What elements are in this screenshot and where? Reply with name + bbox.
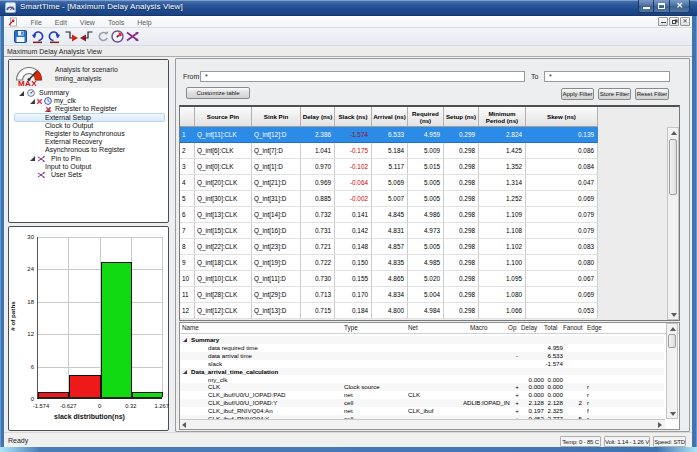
mdi-restore-button[interactable] bbox=[669, 17, 679, 26]
detail-column-net[interactable]: Net bbox=[408, 324, 418, 331]
client-area: File Edit View Tools Help ✕ Maximum Dela… bbox=[4, 16, 692, 447]
detail-column-fanout[interactable]: Fanout bbox=[563, 324, 583, 331]
cell-sink-pin: Q_int[19]:D bbox=[252, 255, 301, 271]
tree-expand-icon[interactable] bbox=[183, 338, 187, 342]
cell-source-pin: Q_int[30]:CLK bbox=[195, 191, 252, 207]
detail-column-macro[interactable]: Macro bbox=[470, 324, 488, 331]
column-header-setup[interactable]: Setup (ns) bbox=[444, 107, 479, 127]
detail-column-total[interactable]: Total bbox=[544, 324, 557, 331]
menu-tools[interactable]: Tools bbox=[101, 19, 130, 26]
toolbar-trace-forward-button[interactable] bbox=[64, 29, 79, 44]
scroll-up-icon[interactable] bbox=[671, 131, 677, 135]
toolbar-refresh-button[interactable] bbox=[95, 29, 110, 44]
toolbar-undo-button[interactable] bbox=[31, 29, 46, 44]
document-icon[interactable] bbox=[8, 17, 18, 27]
column-header-skew[interactable]: Skew (ns) bbox=[526, 107, 598, 127]
detail-row-my-clk[interactable]: my_clk 0.000 0.000 bbox=[180, 376, 664, 384]
to-input[interactable] bbox=[544, 71, 670, 82]
path-row-1[interactable]: 1 Q_int[11]:CLK Q_int[12]:D 2.386 -1.574… bbox=[180, 127, 598, 143]
cell-slack: 0.148 bbox=[335, 239, 372, 255]
toolbar-save-button[interactable] bbox=[13, 29, 28, 44]
menu-file[interactable]: File bbox=[24, 19, 48, 26]
column-header-delay[interactable]: Delay (ns) bbox=[301, 107, 335, 127]
column-header-arrival[interactable]: Arrival (ns) bbox=[372, 107, 408, 127]
store-filter-button[interactable]: Store Filter bbox=[598, 88, 631, 100]
column-header-sink-pin[interactable]: Sink Pin bbox=[252, 107, 301, 127]
scroll-down-icon[interactable] bbox=[670, 412, 676, 416]
menu-edit[interactable]: Edit bbox=[48, 19, 73, 26]
column-header-slack[interactable]: Slack (ns) bbox=[335, 107, 372, 127]
cell-arrival: 5.117 bbox=[372, 159, 408, 175]
mdi-minimize-button[interactable] bbox=[658, 17, 668, 26]
path-row-7[interactable]: 7 Q_int[15]:CLK Q_int[16]:D 0.731 0.142 … bbox=[180, 223, 598, 239]
tree-expand-icon[interactable] bbox=[30, 99, 35, 104]
maximize-button[interactable] bbox=[654, 0, 670, 13]
scrollbar-up-button[interactable] bbox=[668, 128, 678, 137]
paths-table-vscrollbar[interactable] bbox=[667, 127, 679, 320]
detail-row-data-required-time[interactable]: data required time 4.959 bbox=[180, 344, 664, 352]
tree-expand-icon[interactable] bbox=[30, 156, 35, 161]
tree-expand-icon[interactable] bbox=[19, 91, 24, 96]
scrollbar-right-button[interactable] bbox=[655, 420, 665, 429]
scrollbar-down-button[interactable] bbox=[667, 409, 677, 418]
path-row-3[interactable]: 3 Q_int[0]:CLK Q_int[1]:D 0.970 -0.102 5… bbox=[180, 159, 598, 175]
column-header-minimum-period[interactable]: Minimum Period (ns) bbox=[479, 107, 526, 127]
detail-column-delay[interactable]: Delay bbox=[521, 324, 537, 331]
detail-column-name[interactable]: Name bbox=[182, 324, 199, 331]
scroll-up-icon[interactable] bbox=[670, 327, 676, 331]
detail-row-data-arrival-time[interactable]: data arrival time - 6.533 bbox=[180, 352, 664, 360]
path-row-12[interactable]: 12 Q_int[12]:CLK Q_int[13]:D 0.715 0.184… bbox=[180, 303, 598, 319]
path-row-8[interactable]: 8 Q_int[22]:CLK Q_int[23]:D 0.721 0.148 … bbox=[180, 239, 598, 255]
from-input[interactable] bbox=[200, 71, 525, 82]
close-button[interactable]: ✕ bbox=[670, 0, 690, 13]
scroll-right-icon[interactable] bbox=[658, 422, 662, 428]
path-row-2[interactable]: 2 Q_int[6]:CLK Q_int[7]:D 1.041 -0.175 5… bbox=[180, 143, 598, 159]
apply-filter-button[interactable]: Apply Filter bbox=[561, 88, 594, 100]
path-row-5[interactable]: 5 Q_int[30]:CLK Q_int[31]:D 0.885 -0.002… bbox=[180, 191, 598, 207]
path-row-6[interactable]: 6 Q_int[13]:CLK Q_int[14]:D 0.732 0.141 … bbox=[180, 207, 598, 223]
column-header-row-number[interactable] bbox=[180, 107, 195, 127]
toolbar-trace-back-button[interactable] bbox=[79, 29, 94, 44]
path-row-11[interactable]: 11 Q_int[28]:CLK Q_int[29]:D 0.713 0.170… bbox=[180, 287, 598, 303]
detail-row-clk-ibuf-u0-u-iopad-y[interactable]: CLK_ibuf/U0/U_IOPAD:Y cell ADLIB:IOPAD_I… bbox=[180, 399, 664, 407]
scrollbar-up-button[interactable] bbox=[667, 324, 677, 333]
toolbar-redo-button[interactable] bbox=[46, 29, 61, 44]
column-header-required[interactable]: Required (ns) bbox=[408, 107, 444, 127]
detail-row-data-arrival-time-calculation[interactable]: Data_arrival_time_calculation bbox=[180, 368, 664, 376]
detail-column-edge[interactable]: Edge bbox=[587, 324, 602, 331]
mdi-close-button[interactable]: ✕ bbox=[680, 17, 690, 26]
detail-row-clk[interactable]: CLK Clock source + 0.000 0.000 r bbox=[180, 383, 664, 391]
reset-filter-button[interactable]: Reset Filter bbox=[635, 88, 669, 100]
detail-row-clk-ibuf-rnivq04-an[interactable]: CLK_ibuf_RNIVQ04:An net CLK_ibuf + 0.197… bbox=[180, 407, 664, 415]
scrollbar-thumb[interactable] bbox=[669, 139, 677, 195]
detail-row-slack[interactable]: slack -1.574 bbox=[180, 360, 664, 368]
scrollbar-left-button[interactable] bbox=[180, 420, 190, 429]
path-row-4[interactable]: 4 Q_int[20]:CLK Q_int[21]:D 0.969 -0.064… bbox=[180, 175, 598, 191]
toolbar-crossed-paths-button[interactable] bbox=[125, 29, 140, 44]
tree-item-user-sets[interactable]: User Sets bbox=[10, 171, 167, 180]
customize-table-button[interactable]: Customize table bbox=[186, 87, 250, 99]
column-header-source-pin[interactable]: Source Pin bbox=[195, 107, 252, 127]
detail-hscrollbar[interactable] bbox=[180, 419, 665, 429]
menu-help[interactable]: Help bbox=[131, 19, 158, 26]
detail-row-summary[interactable]: Summary bbox=[180, 336, 664, 344]
minimize-button[interactable] bbox=[638, 0, 654, 13]
detail-name: CLK bbox=[208, 383, 220, 391]
scrollbar-down-button[interactable] bbox=[668, 310, 678, 319]
scroll-down-icon[interactable] bbox=[671, 313, 677, 317]
cell-delay: 0.730 bbox=[301, 271, 335, 287]
tree-expand-icon[interactable] bbox=[183, 370, 187, 374]
cell-arrival: 5.007 bbox=[372, 191, 408, 207]
detail-column-op[interactable]: Op bbox=[508, 324, 516, 331]
scroll-left-icon[interactable] bbox=[182, 422, 186, 428]
path-row-9[interactable]: 9 Q_int[18]:CLK Q_int[19]:D 0.722 0.150 … bbox=[180, 255, 598, 271]
path-row-10[interactable]: 10 Q_int[10]:CLK Q_int[11]:D 0.730 0.155… bbox=[180, 271, 598, 287]
menu-view[interactable]: View bbox=[73, 19, 101, 26]
cell-minimum-period: 1.108 bbox=[479, 223, 526, 239]
toolbar-max-analysis-gauge-button[interactable] bbox=[110, 29, 125, 44]
detail-column-type[interactable]: Type bbox=[344, 324, 358, 331]
cell-row-number: 3 bbox=[180, 159, 195, 175]
detail-vscrollbar[interactable] bbox=[666, 323, 678, 419]
scrollbar-thumb[interactable] bbox=[668, 334, 676, 348]
detail-row-clk-ibuf-u0-u-iopad-pad[interactable]: CLK_ibuf/U0/U_IOPAD:PAD net CLK + 0.000 … bbox=[180, 391, 664, 399]
